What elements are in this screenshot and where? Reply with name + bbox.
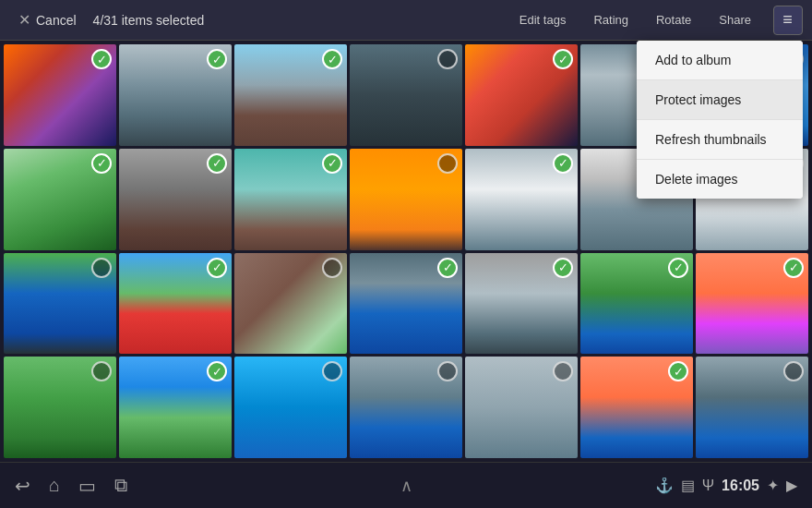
- bottom-bar: ↩ ⌂ ▭ ⧉ ∧ ⚓ ▤ Ψ 16:05 ✦ ▶: [0, 462, 812, 508]
- image-thumb-15[interactable]: [4, 253, 116, 355]
- bottom-center-arrow[interactable]: ∧: [400, 476, 412, 496]
- usb-icon: ⚓: [655, 477, 674, 494]
- check-selected-icon: ✓: [207, 153, 227, 174]
- check-unselected-icon: [322, 258, 342, 278]
- image-thumb-3[interactable]: ✓: [234, 44, 347, 146]
- image-thumb-23[interactable]: ✓: [119, 357, 232, 458]
- check-selected-icon: ✓: [553, 153, 573, 174]
- image-thumb-22[interactable]: [4, 357, 116, 458]
- recent-apps-icon[interactable]: ▭: [78, 475, 96, 497]
- image-thumb-10[interactable]: ✓: [234, 149, 347, 250]
- check-unselected-icon: [553, 361, 573, 381]
- check-selected-icon: ✓: [91, 49, 112, 69]
- check-selected-icon: ✓: [207, 49, 227, 69]
- image-thumb-12[interactable]: ✓: [465, 149, 578, 250]
- cancel-button[interactable]: ✕ Cancel: [9, 7, 86, 32]
- image-thumb-2[interactable]: ✓: [119, 44, 232, 146]
- image-thumb-5[interactable]: ✓: [465, 44, 578, 146]
- image-thumb-17[interactable]: [234, 253, 347, 355]
- image-thumb-4[interactable]: [350, 44, 462, 146]
- check-selected-icon: ✓: [207, 258, 227, 278]
- add-to-album-item[interactable]: Add to album: [637, 41, 803, 80]
- image-thumb-27[interactable]: ✓: [580, 357, 693, 458]
- refresh-thumbnails-item[interactable]: Refresh thumbnails: [637, 120, 803, 160]
- topbar-actions: Edit tags Rating Rotate Share ≡: [514, 6, 803, 35]
- image-thumb-19[interactable]: ✓: [465, 253, 578, 355]
- clock: 16:05: [722, 478, 759, 494]
- image-thumb-24[interactable]: [234, 357, 347, 458]
- image-thumb-28[interactable]: [696, 357, 808, 458]
- close-icon: ✕: [18, 11, 30, 29]
- check-selected-icon: ✓: [668, 258, 688, 278]
- check-unselected-icon: [322, 361, 342, 381]
- check-unselected-icon: [783, 361, 804, 381]
- check-selected-icon: ✓: [91, 153, 112, 174]
- check-selected-icon: ✓: [668, 361, 688, 381]
- nav-icons: ↩ ⌂ ▭ ⧉: [15, 475, 127, 497]
- sim-icon: ▤: [681, 477, 695, 494]
- image-thumb-26[interactable]: [465, 357, 578, 458]
- image-thumb-1[interactable]: ✓: [4, 44, 116, 146]
- bluetooth-icon: ✦: [767, 477, 779, 494]
- overflow-menu-icon: ≡: [782, 10, 794, 30]
- rotate-button[interactable]: Rotate: [651, 9, 697, 30]
- image-thumb-11[interactable]: [350, 149, 462, 250]
- image-thumb-18[interactable]: ✓: [350, 253, 462, 355]
- check-selected-icon: ✓: [322, 49, 342, 69]
- rating-button[interactable]: Rating: [588, 9, 634, 30]
- image-thumb-9[interactable]: ✓: [119, 149, 232, 250]
- delete-images-item[interactable]: Delete images: [637, 160, 803, 199]
- image-thumb-16[interactable]: ✓: [119, 253, 232, 355]
- check-unselected-icon: [437, 49, 458, 69]
- check-unselected-icon: [91, 258, 112, 278]
- cancel-label: Cancel: [36, 13, 77, 28]
- overflow-menu-button[interactable]: ≡: [773, 6, 803, 35]
- check-selected-icon: ✓: [553, 49, 573, 69]
- check-selected-icon: ✓: [207, 361, 227, 381]
- check-selected-icon: ✓: [553, 258, 573, 278]
- protect-images-item[interactable]: Protect images: [637, 80, 803, 120]
- check-unselected-icon: [437, 361, 458, 381]
- image-thumb-21[interactable]: ✓: [696, 253, 808, 355]
- back-icon[interactable]: ↩: [15, 475, 30, 497]
- check-selected-icon: ✓: [437, 258, 458, 278]
- check-selected-icon: ✓: [783, 258, 804, 278]
- top-bar: ✕ Cancel 4/31 items selected Edit tags R…: [0, 0, 812, 41]
- dropdown-menu: Add to album Protect images Refresh thum…: [637, 41, 803, 199]
- image-thumb-20[interactable]: ✓: [580, 253, 693, 355]
- check-selected-icon: ✓: [322, 153, 342, 174]
- share-button[interactable]: Share: [713, 9, 757, 30]
- check-unselected-icon: [437, 153, 458, 174]
- split-screen-icon[interactable]: ⧉: [114, 475, 127, 496]
- image-thumb-8[interactable]: ✓: [4, 149, 116, 250]
- status-area: ⚓ ▤ Ψ 16:05 ✦ ▶: [655, 477, 797, 494]
- image-thumb-25[interactable]: [350, 357, 462, 458]
- home-icon[interactable]: ⌂: [49, 475, 60, 496]
- check-unselected-icon: [91, 361, 112, 381]
- usb2-icon: Ψ: [702, 478, 714, 494]
- edit-tags-button[interactable]: Edit tags: [514, 9, 572, 30]
- signal-icon: ▶: [786, 477, 797, 494]
- selection-count: 4/31 items selected: [93, 13, 205, 28]
